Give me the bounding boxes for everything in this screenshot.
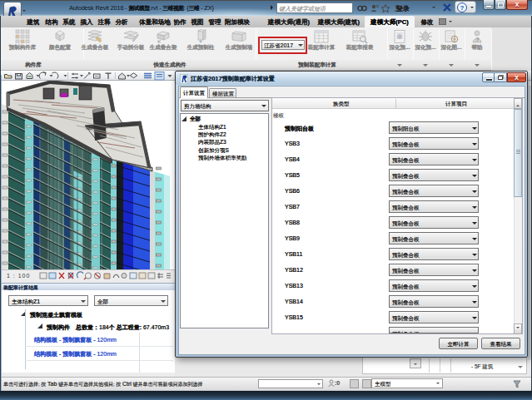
svg-text:?: ? (475, 36, 480, 43)
